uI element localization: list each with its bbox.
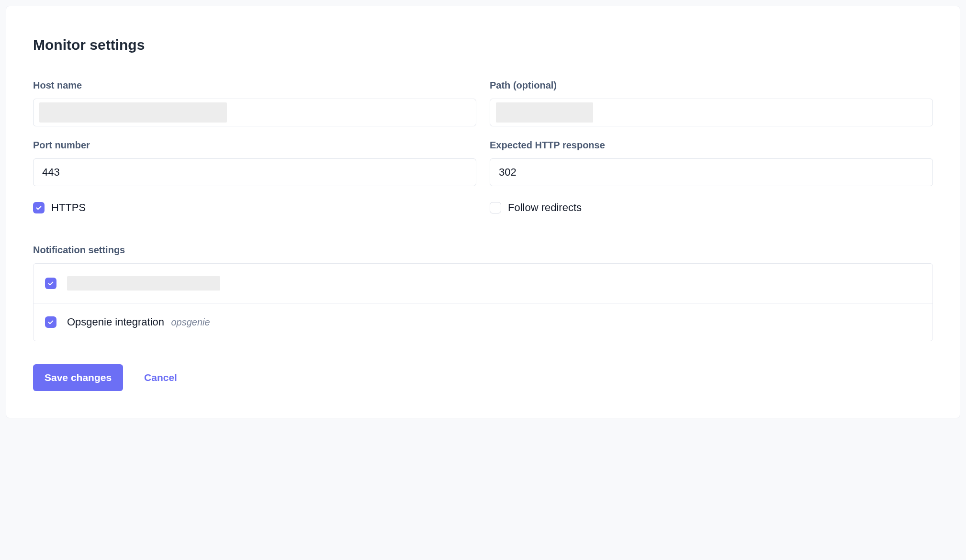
notification-sub: opsgenie [171,317,210,327]
cancel-button[interactable]: Cancel [144,372,177,383]
notification-settings-box: Opsgenie integration opsgenie [33,263,933,341]
follow-redirects-checkbox[interactable] [490,202,501,213]
redacted-placeholder [39,102,227,123]
check-icon [47,319,54,325]
expected-response-label: Expected HTTP response [490,140,933,151]
save-button[interactable]: Save changes [33,364,123,391]
notification-row [34,264,932,303]
https-checkbox-row: HTTPS [33,202,476,214]
notification-row: Opsgenie integration opsgenie [34,303,932,341]
path-label: Path (optional) [490,80,933,91]
host-name-group: Host name [33,80,476,126]
redacted-placeholder [496,102,593,123]
notification-settings-label: Notification settings [33,245,933,256]
expected-response-group: Expected HTTP response [490,140,933,186]
settings-card: Monitor settings Host name Path (optiona… [6,6,960,418]
redacted-placeholder [67,276,220,291]
notification-checkbox-0[interactable] [45,278,56,289]
expected-response-input[interactable] [490,158,933,186]
https-checkbox[interactable] [33,202,45,213]
host-name-input[interactable] [33,99,476,126]
path-group: Path (optional) [490,80,933,126]
page-title: Monitor settings [33,37,933,53]
https-checkbox-label: HTTPS [51,202,86,214]
follow-redirects-checkbox-row: Follow redirects [490,202,933,214]
notification-label: Opsgenie integration [67,316,164,328]
follow-redirects-checkbox-label: Follow redirects [508,202,582,214]
port-number-label: Port number [33,140,476,151]
port-number-group: Port number [33,140,476,186]
button-row: Save changes Cancel [33,364,933,391]
host-name-label: Host name [33,80,476,91]
notification-checkbox-1[interactable] [45,316,56,328]
path-input[interactable] [490,99,933,126]
check-icon [47,280,54,287]
port-number-input[interactable] [33,158,476,186]
check-icon [35,204,42,211]
form-grid: Host name Path (optional) Port number Ex… [33,80,933,227]
